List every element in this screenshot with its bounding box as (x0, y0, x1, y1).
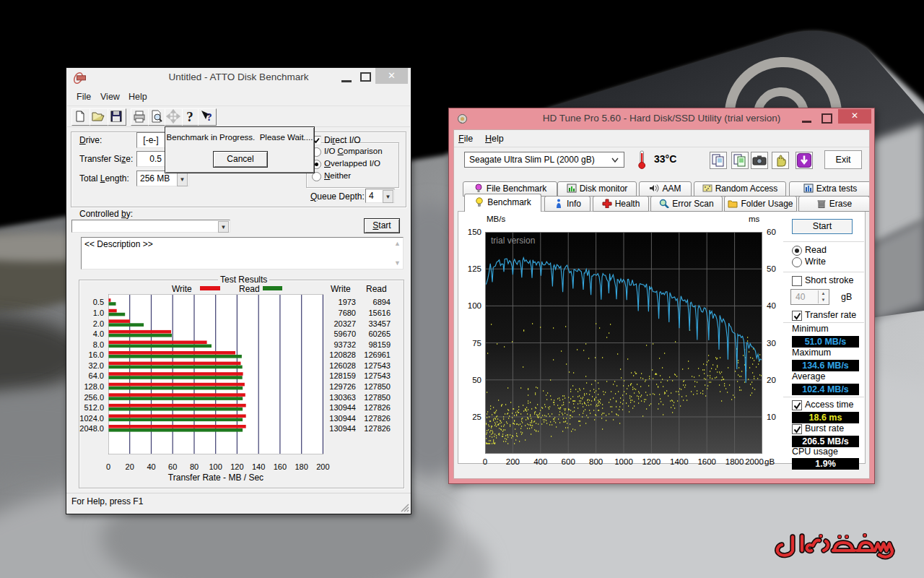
svg-text:trial version: trial version (491, 236, 535, 246)
svg-text:?: ? (206, 111, 212, 123)
svg-text:?: ? (186, 109, 193, 124)
